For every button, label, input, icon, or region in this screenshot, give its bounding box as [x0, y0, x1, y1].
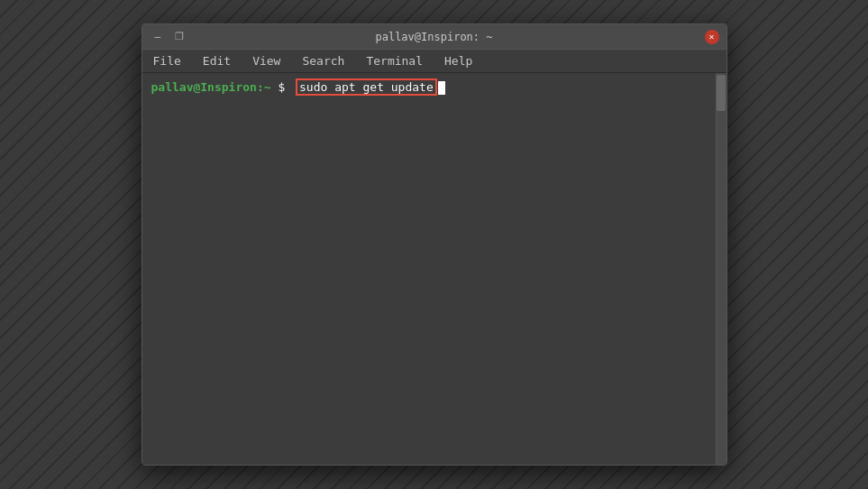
restore-button[interactable]: ❐ — [171, 31, 187, 43]
terminal-body[interactable]: pallav@Inspiron:~ $ sudo apt get update — [142, 73, 726, 465]
prompt-user: pallav@Inspiron:~ — [151, 78, 271, 97]
command-text: sudo apt get update — [296, 78, 445, 97]
minimize-button[interactable]: − — [150, 31, 166, 43]
menu-edit[interactable]: Edit — [199, 52, 234, 69]
scrollbar-thumb[interactable] — [717, 75, 726, 111]
menu-terminal[interactable]: Terminal — [362, 52, 426, 69]
titlebar: − ❐ pallav@Inspiron: ~ ✕ — [142, 24, 726, 50]
menu-file[interactable]: File — [150, 52, 185, 69]
window-title: pallav@Inspiron: ~ — [204, 31, 665, 43]
close-button[interactable]: ✕ — [705, 30, 719, 44]
menubar: File Edit View Search Terminal Help — [142, 50, 726, 73]
scrollbar[interactable] — [716, 73, 726, 465]
prompt-symbol: $ — [271, 78, 292, 97]
menu-help[interactable]: Help — [441, 52, 476, 69]
cursor — [438, 81, 445, 95]
terminal-line: pallav@Inspiron:~ $ sudo apt get update — [151, 78, 717, 97]
menu-view[interactable]: View — [249, 52, 284, 69]
command-highlighted: sudo apt get update — [296, 78, 437, 96]
menu-search[interactable]: Search — [298, 52, 348, 69]
terminal-window: − ❐ pallav@Inspiron: ~ ✕ File Edit View … — [142, 23, 727, 466]
